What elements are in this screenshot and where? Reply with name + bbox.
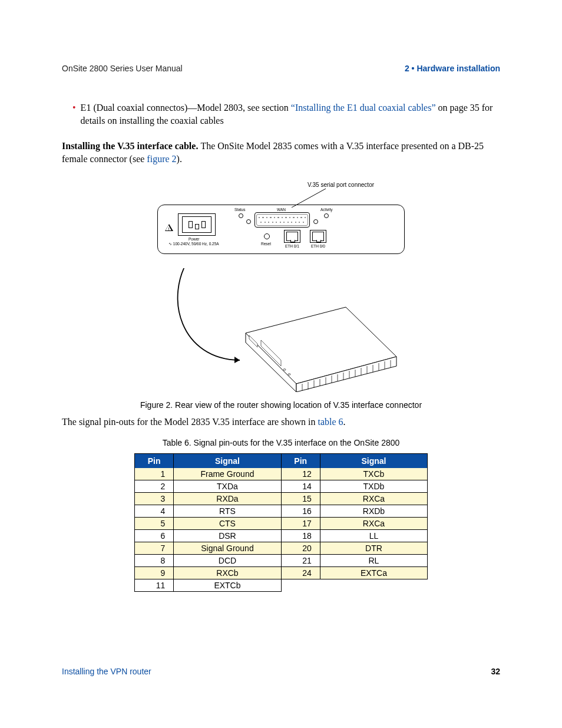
cell-signal: Frame Ground xyxy=(174,468,281,480)
cell-pin: 20 xyxy=(281,542,320,554)
running-footer: Installing the VPN router 32 xyxy=(62,667,500,676)
cell-pin: 12 xyxy=(281,468,320,480)
page: OnSite 2800 Series User Manual 2 • Hardw… xyxy=(0,0,562,728)
cell-pin: 24 xyxy=(281,566,320,579)
th-signal-1: Signal xyxy=(174,453,281,468)
para-pinouts-1: The signal pin-outs for the Model 2835 V… xyxy=(62,417,318,427)
sine-icon: ∿ xyxy=(168,242,172,246)
bullet-item: • E1 (Dual coaxial connectos)—Model 2803… xyxy=(72,101,500,127)
cell-pin xyxy=(281,579,320,591)
cell-signal: EXTCa xyxy=(320,566,427,579)
status-led-icon xyxy=(239,213,243,218)
caution-icon: ! xyxy=(165,224,173,232)
eth01-port xyxy=(284,230,300,243)
cell-signal: RXCa xyxy=(320,517,427,529)
power-inlet xyxy=(178,213,216,236)
cell-pin: 7 xyxy=(135,542,174,554)
cell-signal: DCD xyxy=(174,554,281,566)
label-power: Power xyxy=(189,237,199,241)
cell-pin: 4 xyxy=(135,505,174,517)
table-header-row: Pin Signal Pin Signal xyxy=(135,453,428,468)
activity-led-icon xyxy=(324,213,329,218)
cell-pin: 3 xyxy=(135,492,174,505)
cell-pin: 1 xyxy=(135,468,174,480)
th-pin-1: Pin xyxy=(135,453,174,468)
running-header: OnSite 2800 Series User Manual 2 • Hardw… xyxy=(62,64,500,73)
cell-pin: 6 xyxy=(135,529,174,542)
cell-pin: 5 xyxy=(135,517,174,529)
cell-signal xyxy=(320,579,427,591)
header-chapter-title: 2 • Hardware installation xyxy=(405,64,500,73)
table-row: 11EXTCb xyxy=(135,579,428,591)
cell-signal: RXDa xyxy=(174,492,281,505)
cell-signal: RXDb xyxy=(320,505,427,517)
cell-signal: RTS xyxy=(174,505,281,517)
svg-marker-3 xyxy=(246,307,396,384)
router-iso-icon xyxy=(157,268,405,392)
para-pinouts-2: . xyxy=(343,417,346,427)
cell-signal: RXCb xyxy=(174,566,281,579)
cell-pin: 14 xyxy=(281,480,320,492)
cell-signal: TXCb xyxy=(320,468,427,480)
eth00-port xyxy=(310,230,326,243)
cell-signal: DSR xyxy=(174,529,281,542)
cell-signal: TXDa xyxy=(174,480,281,492)
cell-signal: DTR xyxy=(320,542,427,554)
th-signal-2: Signal xyxy=(320,453,427,468)
table-row: 1Frame Ground12TXCb xyxy=(135,468,428,480)
cell-signal: TXDb xyxy=(320,480,427,492)
table-row: 5CTS17RXCa xyxy=(135,517,428,529)
para-text2: ). xyxy=(177,154,182,164)
bullet-prefix: E1 (Dual coaxial connectos)—Model 2803, … xyxy=(81,103,291,113)
wan-db25-port xyxy=(254,212,310,228)
svg-point-24 xyxy=(283,369,286,371)
label-reset: Reset xyxy=(261,242,271,246)
paragraph-install-v35: Installing the V.35 interface cable. The… xyxy=(62,140,500,165)
link-figure-2[interactable]: figure 2 xyxy=(147,154,176,164)
table-row: 2TXDa14TXDb xyxy=(135,480,428,492)
footer-page-number: 32 xyxy=(491,667,500,676)
cell-signal: Signal Ground xyxy=(174,542,281,554)
cell-signal: LL xyxy=(320,529,427,542)
table-row: 7Signal Ground20DTR xyxy=(135,542,428,554)
label-wan: WAN xyxy=(277,207,286,212)
table-row: 4RTS16RXDb xyxy=(135,505,428,517)
svg-marker-2 xyxy=(234,357,240,363)
cell-pin: 15 xyxy=(281,492,320,505)
figure-2: V.35 serial port connector ! Power ∿ 100… xyxy=(157,182,405,392)
label-status: Status xyxy=(234,207,245,212)
link-install-e1-coax[interactable]: “Installing the E1 dual coaxial cables” xyxy=(291,103,436,113)
figure-caption: Figure 2. Rear view of the router showin… xyxy=(62,400,500,410)
header-manual-title: OnSite 2800 Series User Manual xyxy=(62,64,183,73)
para-bold-lead: Installing the V.35 interface cable. xyxy=(62,141,200,151)
bullet-icon: • xyxy=(72,101,76,114)
footer-section-link[interactable]: Installing the VPN router xyxy=(62,667,151,676)
cell-pin: 8 xyxy=(135,554,174,566)
cell-pin: 18 xyxy=(281,529,320,542)
screw-icon xyxy=(313,219,318,224)
paragraph-pinouts: The signal pin-outs for the Model 2835 V… xyxy=(62,416,500,429)
table-row: 6DSR18LL xyxy=(135,529,428,542)
cell-pin: 9 xyxy=(135,566,174,579)
pinout-table: Pin Signal Pin Signal 1Frame Ground12TXC… xyxy=(134,453,428,592)
cell-pin: 17 xyxy=(281,517,320,529)
cell-pin: 21 xyxy=(281,554,320,566)
router-iso-view xyxy=(157,268,405,392)
rear-panel-diagram: ! Power ∿ 100-240V, 50/60 Hz, 0.25A Stat… xyxy=(157,205,405,254)
link-table-6[interactable]: table 6 xyxy=(318,417,343,427)
screw-icon xyxy=(246,219,251,224)
cell-pin: 11 xyxy=(135,579,174,591)
label-eth00: ETH 0/0 xyxy=(311,244,325,248)
table-row: 3RXDa15RXCa xyxy=(135,492,428,505)
th-pin-2: Pin xyxy=(281,453,320,468)
table-row: 9RXCb24EXTCa xyxy=(135,566,428,579)
cell-pin: 2 xyxy=(135,480,174,492)
table-caption: Table 6. Signal pin-outs for the V.35 in… xyxy=(62,438,500,447)
cell-signal: RL xyxy=(320,554,427,566)
reset-button-icon xyxy=(264,233,270,239)
svg-point-25 xyxy=(288,374,290,375)
bullet-text: E1 (Dual coaxial connectos)—Model 2803, … xyxy=(81,101,500,127)
label-activity: Activity xyxy=(320,207,333,212)
cell-signal: EXTCb xyxy=(174,579,281,591)
label-power-spec-text: 100-240V, 50/60 Hz, 0.25A xyxy=(173,242,219,246)
